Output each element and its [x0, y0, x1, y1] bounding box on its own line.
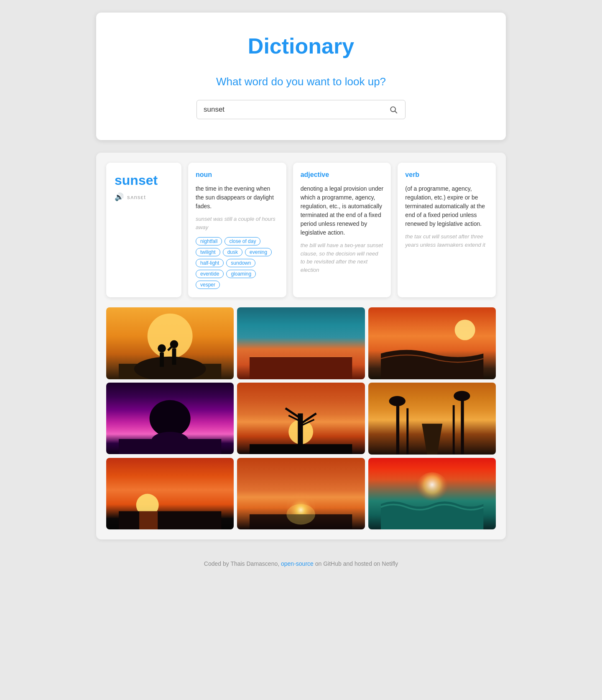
image-cell-1	[106, 307, 234, 379]
svg-rect-25	[396, 403, 399, 455]
synonym-sundown[interactable]: sundown	[226, 259, 255, 267]
svg-rect-23	[250, 444, 352, 455]
svg-point-37	[416, 472, 449, 505]
svg-rect-29	[406, 408, 408, 454]
adj-pos-label: adjective	[301, 171, 384, 179]
verb-example: the tax cut will sunset after three year…	[405, 232, 488, 249]
synonym-evening[interactable]: evening	[245, 248, 272, 256]
noun-def-text: the time in the evening when the sun dis…	[196, 184, 279, 211]
image-cell-7	[106, 458, 234, 530]
svg-rect-33	[139, 511, 158, 529]
verb-pos-label: verb	[405, 171, 488, 179]
word-cards-row: sunset 🔊 sʌnsɛt noun the time in the eve…	[106, 163, 496, 297]
phonetic-text: sʌnsɛt	[127, 194, 146, 200]
image-cell-8	[237, 458, 365, 530]
footer-text: Coded by Thais Damasceno,	[204, 560, 279, 567]
word-identity-card: sunset 🔊 sʌnsɛt	[106, 163, 181, 297]
results-section: sunset 🔊 sʌnsɛt noun the time in the eve…	[96, 153, 506, 539]
image-cell-9	[368, 458, 496, 530]
svg-point-2	[148, 314, 193, 359]
synonym-half-light[interactable]: half-light	[196, 259, 224, 267]
synonym-nightfall[interactable]: nightfall	[196, 237, 222, 245]
search-icon	[389, 105, 398, 114]
noun-def-card: noun the time in the evening when the su…	[188, 163, 286, 297]
speaker-icon[interactable]: 🔊	[115, 192, 124, 202]
search-bar	[196, 100, 406, 119]
image-cell-2	[237, 307, 365, 379]
synonyms-row: nightfall close of day twilight dusk eve…	[196, 237, 279, 289]
noun-pos-label: noun	[196, 171, 279, 179]
svg-marker-24	[422, 424, 442, 455]
svg-point-5	[158, 344, 166, 353]
image-cell-5	[237, 383, 365, 455]
verb-def-text: (of a programme, agency, regulation, etc…	[405, 184, 488, 228]
main-container: Dictionary What word do you want to look…	[96, 13, 506, 575]
svg-point-4	[134, 357, 206, 379]
svg-point-28	[454, 391, 470, 401]
svg-rect-32	[119, 511, 221, 529]
search-prompt: What word do you want to look up?	[113, 75, 489, 88]
header-card: Dictionary What word do you want to look…	[96, 13, 506, 140]
footer-link[interactable]: open-source	[281, 560, 314, 567]
svg-rect-10	[250, 357, 352, 379]
word-headword: sunset	[115, 173, 173, 188]
svg-rect-8	[172, 348, 176, 365]
synonym-dusk[interactable]: dusk	[223, 248, 242, 256]
svg-rect-30	[452, 405, 454, 455]
image-cell-4	[106, 383, 234, 455]
app-title: Dictionary	[113, 33, 489, 59]
synonym-gloaming[interactable]: gloaming	[226, 270, 256, 278]
svg-rect-27	[461, 398, 464, 455]
phonetics-row: 🔊 sʌnsɛt	[115, 192, 173, 202]
image-grid	[106, 307, 496, 529]
footer: Coded by Thais Damasceno, open-source on…	[96, 552, 506, 575]
adj-example: the bill will have a two-year sunset cla…	[301, 241, 384, 274]
verb-def-card: verb (of a programme, agency, regulation…	[398, 163, 496, 297]
adj-def-text: denoting a legal provision under which a…	[301, 184, 384, 237]
synonym-vesper[interactable]: vesper	[196, 281, 220, 289]
synonym-close-of-day[interactable]: close of day	[224, 237, 260, 245]
adj-def-card: adjective denoting a legal provision und…	[293, 163, 391, 297]
svg-point-14	[150, 400, 191, 437]
search-button[interactable]	[388, 105, 398, 115]
search-input[interactable]	[204, 105, 388, 114]
image-cell-3	[368, 307, 496, 379]
noun-example: sunset was still a couple of hours away	[196, 215, 279, 231]
svg-line-1	[395, 111, 397, 113]
image-cell-6	[368, 383, 496, 455]
svg-point-26	[389, 396, 405, 406]
svg-point-16	[152, 432, 189, 448]
synonym-eventide[interactable]: eventide	[196, 270, 224, 278]
svg-point-12	[454, 319, 475, 340]
footer-suffix: on GitHub and hosted on Netifly	[315, 560, 398, 567]
svg-rect-6	[160, 353, 164, 367]
svg-point-36	[287, 504, 316, 524]
synonym-twilight[interactable]: twilight	[196, 248, 220, 256]
